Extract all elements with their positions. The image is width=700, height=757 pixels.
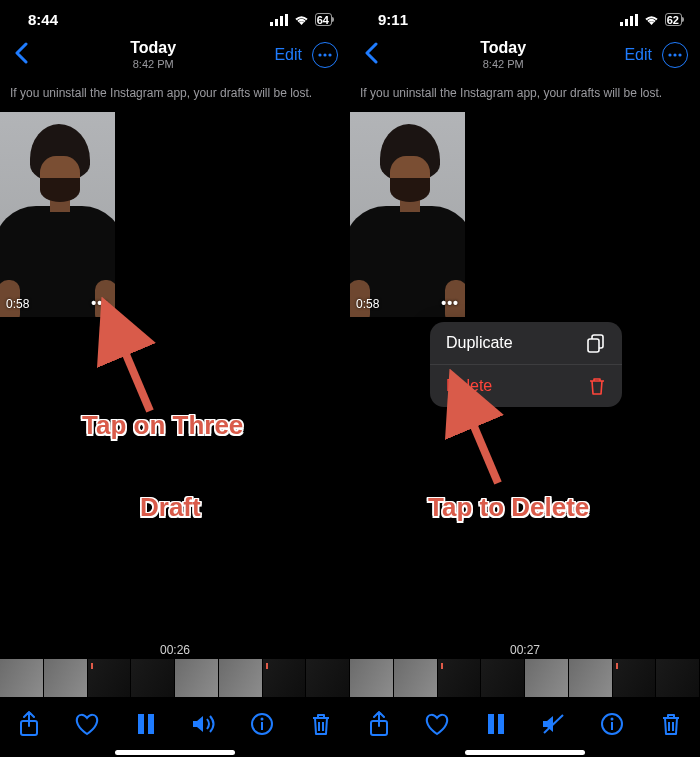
header-center: Today 8:42 PM: [480, 39, 526, 70]
svg-rect-3: [285, 14, 288, 26]
pause-button[interactable]: [133, 711, 159, 737]
svg-rect-18: [630, 16, 633, 26]
draft-duration: 0:58: [6, 297, 29, 311]
svg-rect-2: [280, 16, 283, 26]
svg-rect-24: [588, 339, 599, 352]
edit-button[interactable]: Edit: [624, 46, 652, 64]
svg-line-25: [462, 398, 498, 483]
annotation-text-2: Draft: [140, 492, 201, 523]
svg-point-31: [611, 718, 614, 721]
cellular-icon: [620, 14, 638, 26]
draft-more-button[interactable]: •••: [441, 295, 459, 311]
menu-duplicate[interactable]: Duplicate: [430, 322, 622, 364]
wifi-icon: [643, 14, 660, 26]
svg-point-4: [318, 53, 321, 56]
nav-header: Today 8:42 PM Edit: [350, 32, 700, 78]
status-right: 64: [270, 13, 332, 26]
battery-level: 64: [317, 14, 329, 26]
phone-right: 9:11 62 Today 8:42 PM Edit If you uninst…: [350, 0, 700, 757]
draft-thumbnail[interactable]: 0:58 •••: [350, 112, 465, 317]
header-title: Today: [130, 39, 176, 57]
timeline-scrubber[interactable]: [350, 659, 700, 697]
svg-point-6: [328, 53, 331, 56]
cellular-icon: [270, 14, 288, 26]
back-button[interactable]: [360, 40, 382, 71]
annotation-text-1: Tap on Three: [82, 410, 243, 441]
drafts-grid: 0:58 ••• Duplicate Delete: [350, 106, 700, 317]
thumbnail-image: [350, 112, 465, 317]
draft-thumbnail[interactable]: 0:58 •••: [0, 112, 115, 317]
status-right: 62: [620, 13, 682, 26]
playhead-time: 00:27: [350, 643, 700, 657]
drafts-grid: 0:58 •••: [0, 106, 350, 317]
status-bar: 8:44 64: [0, 0, 350, 32]
share-button[interactable]: [366, 711, 392, 737]
info-button[interactable]: [599, 711, 625, 737]
svg-line-7: [114, 326, 150, 411]
header-subtitle: 8:42 PM: [130, 58, 176, 71]
svg-point-12: [261, 718, 264, 721]
svg-rect-1: [275, 19, 278, 26]
svg-rect-0: [270, 22, 273, 26]
playhead-time: 00:26: [0, 643, 350, 657]
mute-button[interactable]: [541, 711, 567, 737]
nav-header: Today 8:42 PM Edit: [0, 32, 350, 78]
battery-level: 62: [667, 14, 679, 26]
pause-button[interactable]: [483, 711, 509, 737]
status-time: 9:11: [378, 11, 408, 28]
menu-duplicate-label: Duplicate: [446, 334, 513, 352]
battery-indicator: 64: [315, 13, 332, 26]
toolbar: [350, 701, 700, 747]
draft-duration: 0:58: [356, 297, 379, 311]
more-circle-icon[interactable]: [312, 42, 338, 68]
svg-rect-32: [611, 722, 613, 730]
svg-rect-13: [261, 722, 263, 730]
svg-rect-9: [138, 714, 144, 734]
status-bar: 9:11 62: [350, 0, 700, 32]
timeline-scrubber[interactable]: [0, 659, 350, 697]
header-title: Today: [480, 39, 526, 57]
svg-point-20: [668, 53, 671, 56]
favorite-button[interactable]: [74, 711, 100, 737]
home-indicator[interactable]: [465, 750, 585, 755]
trash-icon: [586, 376, 606, 396]
home-indicator[interactable]: [115, 750, 235, 755]
svg-rect-28: [498, 714, 504, 734]
delete-button[interactable]: [308, 711, 334, 737]
uninstall-warning: If you uninstall the Instagram app, your…: [350, 78, 700, 106]
svg-rect-16: [620, 22, 623, 26]
svg-rect-10: [148, 714, 154, 734]
back-button[interactable]: [10, 40, 32, 71]
phone-left: 8:44 64 Today 8:42 PM Edit If you uninst…: [0, 0, 350, 757]
draft-more-button[interactable]: •••: [91, 295, 109, 311]
svg-point-22: [678, 53, 681, 56]
svg-point-21: [673, 53, 676, 56]
edit-button[interactable]: Edit: [274, 46, 302, 64]
thumbnail-image: [0, 112, 115, 317]
svg-point-5: [323, 53, 326, 56]
toolbar: [0, 701, 350, 747]
volume-button[interactable]: [191, 711, 217, 737]
header-center: Today 8:42 PM: [130, 39, 176, 70]
annotation-text: Tap to Delete: [428, 492, 589, 523]
svg-rect-17: [625, 19, 628, 26]
more-circle-icon[interactable]: [662, 42, 688, 68]
info-button[interactable]: [249, 711, 275, 737]
header-subtitle: 8:42 PM: [480, 58, 526, 71]
delete-button[interactable]: [658, 711, 684, 737]
favorite-button[interactable]: [424, 711, 450, 737]
share-button[interactable]: [16, 711, 42, 737]
status-time: 8:44: [28, 11, 58, 28]
battery-indicator: 62: [665, 13, 682, 26]
uninstall-warning: If you uninstall the Instagram app, your…: [0, 78, 350, 106]
wifi-icon: [293, 14, 310, 26]
svg-rect-27: [488, 714, 494, 734]
copy-icon: [586, 333, 606, 353]
svg-rect-19: [635, 14, 638, 26]
